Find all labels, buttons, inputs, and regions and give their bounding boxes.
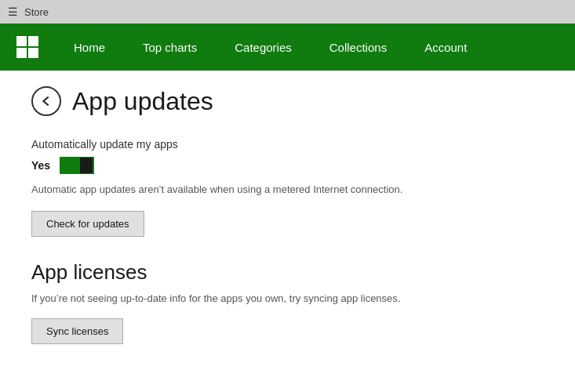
metered-connection-note: Automatic app updates aren’t available w… — [31, 183, 471, 195]
svg-rect-1 — [28, 36, 38, 46]
licenses-title: App licenses — [31, 260, 544, 285]
auto-update-section: Automatically update my apps Yes Automat… — [31, 138, 544, 237]
check-for-updates-button[interactable]: Check for updates — [31, 211, 144, 237]
svg-rect-2 — [16, 48, 27, 58]
navbar: Home Top charts Categories Collections A… — [0, 24, 575, 71]
titlebar-title: Store — [24, 6, 49, 18]
toggle-container — [60, 157, 94, 174]
svg-rect-3 — [28, 48, 38, 58]
auto-update-row: Yes — [31, 157, 544, 174]
auto-update-label: Automatically update my apps — [31, 138, 544, 151]
page-title-row: App updates — [31, 86, 544, 116]
nav-item-collections[interactable]: Collections — [311, 24, 406, 71]
nav-item-top-charts[interactable]: Top charts — [124, 24, 216, 71]
page-title: App updates — [72, 87, 213, 116]
svg-rect-0 — [16, 36, 27, 46]
hamburger-icon[interactable]: ☰ — [8, 5, 18, 18]
auto-update-toggle[interactable] — [60, 157, 94, 174]
nav-item-categories[interactable]: Categories — [216, 24, 311, 71]
nav-item-home[interactable]: Home — [55, 24, 124, 71]
toggle-thumb — [80, 158, 93, 173]
licenses-description: If you’re not seeing up-to-date info for… — [31, 292, 486, 304]
back-button[interactable] — [31, 86, 61, 116]
store-logo — [0, 34, 55, 60]
sync-licenses-button[interactable]: Sync licenses — [31, 318, 123, 344]
nav-item-account[interactable]: Account — [406, 24, 486, 71]
content-area: App updates Automatically update my apps… — [0, 71, 575, 383]
nav-items: Home Top charts Categories Collections A… — [55, 24, 575, 71]
licenses-section: App licenses If you’re not seeing up-to-… — [31, 260, 544, 344]
titlebar: ☰ Store — [0, 0, 575, 24]
toggle-value-label: Yes — [31, 159, 50, 172]
